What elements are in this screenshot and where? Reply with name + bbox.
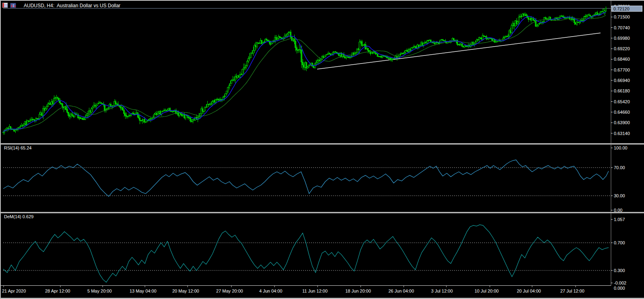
time-label: 28 Apr 12:00	[45, 289, 70, 293]
price-tick-0.65420: 0.65420	[614, 99, 630, 104]
rsi-indicator-label: RSI(14) 65.24	[4, 145, 31, 150]
dem-line	[3, 225, 609, 282]
price-tick-0.68460: 0.68460	[614, 57, 630, 61]
chart-title-bar: AUDUSD, H4: Australian Dollar vs US Doll…	[2, 2, 120, 8]
time-label: 4 Jun 04:00	[259, 289, 283, 293]
rsi-tick-30.00: 30.00	[614, 193, 625, 198]
dem-tick-0.300: 0.300	[614, 268, 625, 273]
price-tick-0.66940: 0.66940	[614, 78, 630, 83]
axes: 0.722600.715000.707400.699800.692200.684…	[0, 1, 630, 293]
price-tick-0.66180: 0.66180	[614, 88, 630, 93]
dem-pane[interactable]	[3, 225, 611, 282]
corner-scale-label: 0.000	[614, 286, 625, 291]
time-label: 20 May 12:00	[172, 289, 199, 293]
time-label: 3 Jul 12:00	[431, 289, 453, 293]
rsi-tick-70.00: 70.00	[614, 165, 625, 170]
window-left-border	[0, 0, 1, 299]
spreadsheet-icon	[2, 2, 8, 8]
price-tick-0.71500: 0.71500	[614, 14, 630, 19]
chart-canvas[interactable]: 0.722600.715000.707400.699800.692200.684…	[0, 0, 644, 299]
pane-splitter-rsi-dem[interactable]	[0, 212, 644, 213]
price-tick-0.63900: 0.63900	[614, 120, 630, 125]
time-label: 26 Jun 04:00	[388, 289, 414, 293]
rsi-line	[3, 160, 609, 197]
time-label: 27 May 20:00	[216, 289, 243, 293]
time-label: 18 Jun 20:00	[345, 289, 371, 293]
price-tick-0.64660: 0.64660	[614, 110, 630, 115]
time-label: 20 Jul 04:00	[517, 289, 541, 293]
price-tick-0.63140: 0.63140	[614, 131, 630, 136]
chart-window: 0.722600.715000.707400.699800.692200.684…	[0, 0, 644, 299]
candles-series	[3, 6, 607, 135]
price-tick-0.69220: 0.69220	[614, 46, 630, 51]
time-label: 5 May 20:00	[87, 289, 112, 293]
time-label: 21 Apr 2020	[2, 289, 26, 293]
dem-tick-1.057: 1.057	[614, 217, 625, 222]
chart-title: AUDUSD, H4: Australian Dollar vs US Doll…	[24, 3, 120, 8]
ma-fast-line	[3, 12, 606, 132]
time-label: 11 Jun 12:00	[302, 289, 328, 293]
pane-splitter-main-rsi[interactable]	[0, 143, 644, 145]
current-bid-price-tag: 0.72120	[611, 6, 642, 12]
price-tick-0.69980: 0.69980	[614, 36, 630, 41]
dem-tick--0.002: -0.002	[614, 281, 626, 285]
chart-icon	[10, 2, 17, 8]
rsi-tick-100.00: 100.00	[614, 145, 627, 150]
main-price-pane[interactable]	[3, 6, 611, 135]
time-label: 13 May 04:00	[130, 289, 157, 293]
time-label: 27 Jul 12:00	[560, 289, 584, 293]
dem-tick-0.700: 0.700	[614, 240, 625, 245]
ma-slow-line	[3, 15, 606, 132]
ascending-trendline[interactable]	[317, 33, 601, 69]
price-tick-0.70740: 0.70740	[614, 25, 630, 30]
dem-indicator-label: DeM(14) 0.629	[4, 214, 33, 219]
rsi-pane[interactable]	[3, 160, 611, 197]
window-top-border	[0, 0, 644, 1]
time-label: 10 Jul 20:00	[475, 289, 499, 293]
price-tick-0.67700: 0.67700	[614, 68, 630, 72]
